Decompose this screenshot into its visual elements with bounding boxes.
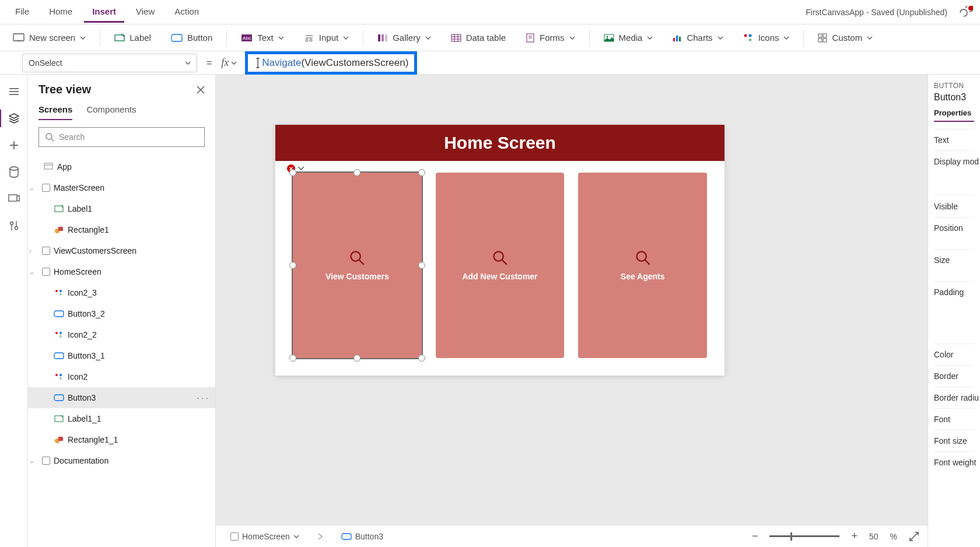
prop-padding[interactable]: Padding xyxy=(934,281,974,303)
svg-point-45 xyxy=(10,222,13,225)
tree-item-rect1-1[interactable]: Rectangle1_1 xyxy=(28,429,215,450)
icons-menu[interactable]: + Icons xyxy=(736,29,797,46)
prop-border-radius[interactable]: Border radiu xyxy=(934,387,974,408)
zoom-pct: % xyxy=(890,532,897,541)
prop-font[interactable]: Font xyxy=(934,408,974,430)
tree-item-rect1[interactable]: Rectangle1 xyxy=(28,219,215,240)
tree-item-button3[interactable]: Button3 · · · xyxy=(28,387,215,408)
prop-font-size[interactable]: Font size xyxy=(934,430,974,451)
input-menu[interactable]: Input xyxy=(297,29,356,46)
fx-button[interactable]: fx xyxy=(221,57,237,69)
left-rail xyxy=(0,75,28,547)
prop-text[interactable]: Text xyxy=(934,129,974,150)
more-icon[interactable]: · · · xyxy=(197,393,215,402)
menu-view[interactable]: View xyxy=(128,2,163,23)
custom-menu[interactable]: Custom xyxy=(811,29,880,46)
tools-icon[interactable] xyxy=(8,219,20,232)
canvas-frame[interactable]: Home Screen ✕ View Customers xyxy=(275,125,724,376)
insert-icon[interactable] xyxy=(8,139,20,152)
prop-position[interactable]: Position xyxy=(934,217,974,239)
menu-home[interactable]: Home xyxy=(41,2,80,23)
tree-item-icon2[interactable]: + Icon2 xyxy=(28,366,215,387)
canvas-header[interactable]: Home Screen xyxy=(275,125,724,161)
zoom-in-button[interactable]: + xyxy=(851,530,858,542)
svg-rect-13 xyxy=(382,34,384,41)
prop-color[interactable]: Color xyxy=(934,343,974,365)
chevron-down-icon[interactable]: ⌄ xyxy=(29,268,38,276)
tab-components[interactable]: Components xyxy=(86,104,136,120)
tab-properties[interactable]: Properties xyxy=(934,108,974,122)
tree-item-documentation[interactable]: ⌄ Documentation xyxy=(28,450,215,471)
tree-item-button3-2[interactable]: Button3_2 xyxy=(28,303,215,324)
chevron-down-icon[interactable] xyxy=(298,166,304,171)
screen-checkbox[interactable] xyxy=(42,457,50,465)
prop-font-weight[interactable]: Font weight xyxy=(934,451,974,473)
tree-item-label1[interactable]: Label1 xyxy=(28,198,215,219)
fit-screen-icon[interactable] xyxy=(909,531,919,542)
forms-menu[interactable]: Forms xyxy=(519,29,582,46)
chevron-down-icon[interactable]: ⌄ xyxy=(29,457,38,465)
breadcrumb-screen[interactable]: HomeScreen xyxy=(224,529,306,544)
canvas-tile-add-customer[interactable]: Add New Customer xyxy=(436,173,565,358)
zoom-out-button[interactable]: − xyxy=(752,530,758,542)
search-input[interactable]: Search xyxy=(38,127,205,147)
svg-point-59 xyxy=(55,290,58,292)
breadcrumb-element[interactable]: Button3 xyxy=(335,528,390,545)
tree-item-button3-1[interactable]: Button3_1 xyxy=(28,345,215,366)
svg-rect-5 xyxy=(172,34,182,41)
gallery-menu[interactable]: Gallery xyxy=(370,29,438,46)
tree-item-label: Label1 xyxy=(68,204,92,213)
new-screen-button[interactable]: New screen xyxy=(6,29,93,46)
text-menu[interactable]: Abc Text xyxy=(234,29,291,46)
chevron-down-icon xyxy=(718,36,723,40)
data-icon[interactable] xyxy=(8,166,20,178)
screen-checkbox[interactable] xyxy=(42,247,50,255)
button-button[interactable]: Button xyxy=(164,29,219,46)
tree-item-viewcustomers[interactable]: › ViewCustomersScreen xyxy=(28,240,215,261)
canvas-area[interactable]: Home Screen ✕ View Customers xyxy=(216,75,928,547)
button-icon xyxy=(171,34,183,42)
screen-checkbox[interactable] xyxy=(42,268,50,276)
tree-item-icon2-3[interactable]: + Icon2_3 xyxy=(28,282,215,303)
charts-menu[interactable]: Charts xyxy=(666,29,730,46)
formula-args: (ViewCustomersScreen) xyxy=(301,57,408,69)
svg-line-78 xyxy=(502,260,507,265)
tree-view-icon[interactable] xyxy=(8,112,20,125)
menu-file[interactable]: File xyxy=(7,2,37,23)
svg-point-43 xyxy=(10,167,18,170)
menu-action[interactable]: Action xyxy=(166,2,207,23)
table-icon xyxy=(451,34,461,42)
tree-item-label: App xyxy=(57,162,72,171)
control-name[interactable]: Button3 xyxy=(934,92,974,103)
menu-insert[interactable]: Insert xyxy=(84,2,124,23)
property-selector[interactable]: OnSelect xyxy=(22,54,197,72)
hamburger-icon[interactable] xyxy=(8,85,20,98)
close-icon[interactable] xyxy=(197,86,205,94)
label-button[interactable]: Label xyxy=(107,29,158,46)
tree-item-app[interactable]: App xyxy=(28,156,215,177)
prop-border[interactable]: Border xyxy=(934,365,974,387)
canvas-tile-see-agents[interactable]: See Agents xyxy=(578,173,707,358)
data-table-button[interactable]: Data table xyxy=(444,29,513,46)
media-menu[interactable]: Media xyxy=(597,29,660,46)
tree-item-homescreen[interactable]: ⌄ HomeScreen xyxy=(28,261,215,282)
chevron-right-icon[interactable]: › xyxy=(29,247,38,254)
prop-size[interactable]: Size xyxy=(934,249,974,271)
zoom-slider[interactable] xyxy=(769,535,839,537)
prop-display-mode[interactable]: Display mod xyxy=(934,150,974,172)
chevron-down-icon[interactable]: ⌄ xyxy=(29,184,38,192)
custom-label: Custom xyxy=(832,33,862,43)
tree-scroll[interactable]: App ⌄ MasterScreen Label1 Rectangle1 › V… xyxy=(28,154,215,547)
formula-input[interactable]: Navigate(ViewCustomersScreen) xyxy=(245,51,974,75)
tree-item-master[interactable]: ⌄ MasterScreen xyxy=(28,177,215,198)
tree-item-label: Button3_2 xyxy=(68,309,105,318)
tab-screens[interactable]: Screens xyxy=(38,104,72,120)
control-type-label: BUTTON xyxy=(934,82,974,90)
tree-item-icon2-2[interactable]: + Icon2_2 xyxy=(28,324,215,345)
tree-item-label1-1[interactable]: Label1_1 xyxy=(28,408,215,429)
canvas-tile-view-customers[interactable]: ✕ View Customers xyxy=(293,173,422,358)
media-rail-icon[interactable] xyxy=(8,192,20,205)
undo-redo-icon[interactable] xyxy=(957,6,973,19)
prop-visible[interactable]: Visible xyxy=(934,195,974,217)
screen-checkbox[interactable] xyxy=(42,184,50,192)
